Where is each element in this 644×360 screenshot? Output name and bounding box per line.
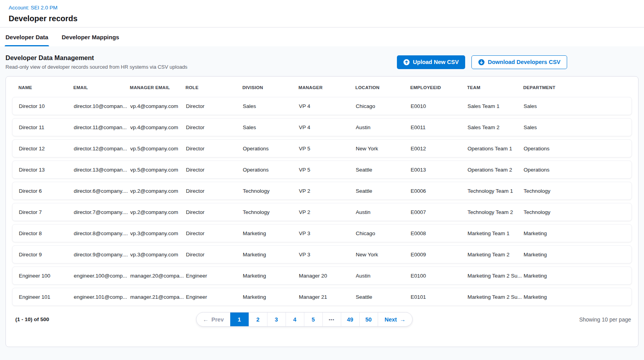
cell: Technology <box>524 188 625 194</box>
cell: Director <box>186 209 243 215</box>
cell: E0009 <box>411 252 468 258</box>
cell: Marketing Team 2 <box>468 252 524 258</box>
prev-page-button[interactable]: ← Prev <box>196 312 230 326</box>
cell: Chicago <box>356 230 411 236</box>
cell: manager.20@compa... <box>130 273 186 279</box>
cell: engineer.101@comp... <box>74 294 130 300</box>
cell: Sales Team 1 <box>468 103 524 109</box>
cell: Technology <box>524 209 625 215</box>
table-row[interactable]: Director 7director.7@company....vp.2@com… <box>12 203 632 221</box>
cell: Director 10 <box>19 103 74 109</box>
column-header: LOCATION <box>355 85 410 90</box>
page-button-49[interactable]: 49 <box>341 312 359 326</box>
circle-arrow-down-icon <box>478 59 485 66</box>
cell: Operations Team 2 <box>468 167 524 173</box>
table-row[interactable]: Director 10director.10@compan...vp.4@com… <box>12 97 632 115</box>
cell: E0101 <box>411 294 468 300</box>
cell: director.8@company.... <box>74 230 130 236</box>
section-header-text: Developer Data Management Read-only view… <box>5 54 187 70</box>
table-row[interactable]: Director 12director.12@compan...vp.5@com… <box>12 139 632 157</box>
section-header: Developer Data Management Read-only view… <box>5 52 639 76</box>
cell: Technology <box>243 188 299 194</box>
cell: vp.2@company.com <box>130 209 186 215</box>
cell: Director <box>186 188 243 194</box>
page-button-1[interactable]: 1 <box>230 312 249 326</box>
cell: Austin <box>356 273 411 279</box>
developer-data-section: Developer Data Management Read-only view… <box>0 46 644 360</box>
table-row[interactable]: Director 9director.9@company....vp.3@com… <box>12 245 632 263</box>
upload-new-csv-button[interactable]: Upload New CSV <box>397 55 465 69</box>
column-header: EMAIL <box>73 85 130 90</box>
cell: E0011 <box>411 124 468 130</box>
table-footer: (1 - 10) of 500 ← Prev 12345•••4950 Next… <box>12 312 632 327</box>
cell: Austin <box>356 209 411 215</box>
cell: Sales <box>243 124 299 130</box>
column-header: ROLE <box>186 85 242 90</box>
cell: Director <box>186 230 243 236</box>
cell: E0013 <box>411 167 468 173</box>
cell: Director 6 <box>19 188 74 194</box>
per-page-label: Showing 10 per page <box>498 316 632 323</box>
arrow-left-icon: ← <box>203 316 209 322</box>
cell: director.11@compan... <box>74 124 130 130</box>
cell: E0007 <box>411 209 468 215</box>
table-header-row: NAMEEMAILMANAGER EMAILROLEDIVISIONMANAGE… <box>12 82 632 97</box>
cell: Seattle <box>356 294 411 300</box>
cell: Director 13 <box>19 167 74 173</box>
page-button-5[interactable]: 5 <box>304 312 322 326</box>
column-header: MANAGER <box>298 85 355 90</box>
next-page-button[interactable]: Next → <box>378 312 412 326</box>
cell: vp.3@company.com <box>130 230 186 236</box>
cell: VP 2 <box>299 209 356 215</box>
cell: Marketing <box>524 273 625 279</box>
page-button-3[interactable]: 3 <box>267 312 286 326</box>
cell: director.12@compan... <box>74 146 130 152</box>
cell: Operations <box>524 167 625 173</box>
cell: Sales <box>524 103 625 109</box>
cell: Director 11 <box>19 124 74 130</box>
cell: E0010 <box>411 103 468 109</box>
cell: vp.4@company.com <box>130 124 186 130</box>
cell: E0008 <box>411 230 468 236</box>
cell: Marketing <box>524 252 625 258</box>
cell: vp.5@company.com <box>130 146 186 152</box>
cell: engineer.100@comp... <box>74 273 130 279</box>
tab-developer-data[interactable]: Developer Data <box>5 27 49 46</box>
cell: vp.4@company.com <box>130 103 186 109</box>
cell: Seattle <box>356 188 411 194</box>
cell: Operations <box>524 146 625 152</box>
tab-developer-mappings[interactable]: Developer Mappings <box>61 27 120 46</box>
download-developers-csv-button[interactable]: Download Developers CSV <box>471 55 567 69</box>
cell: Director <box>186 146 243 152</box>
table-row[interactable]: Engineer 100engineer.100@comp...manager.… <box>12 267 632 285</box>
cell: Marketing <box>243 294 299 300</box>
cell: Technology Team 1 <box>468 188 524 194</box>
page-ellipsis: ••• <box>322 312 341 326</box>
table-row[interactable]: Director 11director.11@compan...vp.4@com… <box>12 118 632 136</box>
cell: Marketing <box>243 252 299 258</box>
cell: Marketing Team 2 Su... <box>468 294 524 300</box>
table-row[interactable]: Director 13director.13@compan...vp.5@com… <box>12 161 632 179</box>
cell: VP 5 <box>299 146 356 152</box>
cell: Engineer <box>186 273 243 279</box>
cell: E0006 <box>411 188 468 194</box>
download-button-label: Download Developers CSV <box>488 59 560 65</box>
page-button-50[interactable]: 50 <box>359 312 378 326</box>
table-row[interactable]: Director 8director.8@company....vp.3@com… <box>12 224 632 242</box>
column-header: MANAGER EMAIL <box>130 85 186 90</box>
column-header: NAME <box>18 85 73 90</box>
page-title: Developer records <box>9 14 635 23</box>
cell: Engineer 101 <box>19 294 74 300</box>
table-row[interactable]: Engineer 101engineer.101@comp...manager.… <box>12 288 632 306</box>
page-button-2[interactable]: 2 <box>249 312 267 326</box>
column-header: DEPARTMENT <box>523 85 626 90</box>
cell: Austin <box>356 124 411 130</box>
table-row[interactable]: Director 6director.6@company....vp.2@com… <box>12 182 632 200</box>
cell: Engineer 100 <box>19 273 74 279</box>
cell: E0100 <box>411 273 468 279</box>
cell: manager.21@compa... <box>130 294 186 300</box>
page-button-4[interactable]: 4 <box>286 312 304 326</box>
prev-label: Prev <box>211 316 224 323</box>
account-breadcrumb-link[interactable]: Account: SEI 2.0 PM <box>9 5 58 11</box>
cell: Operations <box>243 167 299 173</box>
